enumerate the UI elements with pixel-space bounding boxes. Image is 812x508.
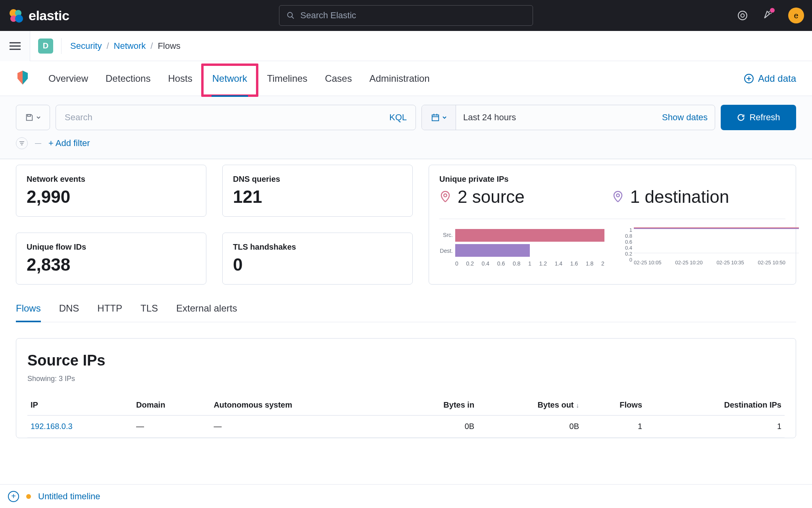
svg-rect-18 xyxy=(432,115,439,121)
col-bytes-in[interactable]: Bytes in xyxy=(396,395,477,416)
query-input[interactable] xyxy=(65,112,304,123)
breadcrumb-current: Flows xyxy=(158,41,180,51)
avatar-letter: e xyxy=(794,11,798,20)
cell-dest-ips: 1 xyxy=(645,416,785,438)
content-area: Network events 2,990 DNS queries 121 Uni… xyxy=(0,159,812,438)
breadcrumb-security[interactable]: Security xyxy=(70,41,102,51)
card-value: 2,990 xyxy=(27,187,196,207)
add-data-label: Add data xyxy=(758,73,796,84)
notification-dot xyxy=(770,8,775,13)
svg-point-26 xyxy=(616,194,620,197)
svg-line-8 xyxy=(769,11,770,12)
sort-desc-icon: ↓ xyxy=(576,402,579,409)
refresh-button[interactable]: Refresh xyxy=(721,105,796,130)
top-header: elastic e xyxy=(0,0,812,31)
cell-bytes-out: 0B xyxy=(477,416,582,438)
tab-cases[interactable]: Cases xyxy=(324,73,353,84)
menu-icon xyxy=(10,42,21,50)
col-flows[interactable]: Flows xyxy=(582,395,645,416)
sub-tabs: Flows DNS HTTP TLS External alerts xyxy=(16,303,796,322)
svg-line-5 xyxy=(292,17,294,19)
col-as[interactable]: Autonomous system xyxy=(210,395,396,416)
filter-bar: KQL Last 24 hours Show dates Refresh — +… xyxy=(0,96,812,159)
cell-domain: — xyxy=(133,416,210,438)
map-pin-icon xyxy=(612,191,624,203)
svg-rect-17 xyxy=(27,115,30,117)
bar-chart: Src. Dest. 0 0.2 0.4 0.6 0.8 xyxy=(439,227,604,267)
chevron-down-icon xyxy=(442,115,447,120)
save-query-button[interactable] xyxy=(16,105,50,130)
card-value: 2,838 xyxy=(27,255,196,275)
add-data-button[interactable]: Add data xyxy=(744,73,796,84)
breadcrumb-network[interactable]: Network xyxy=(114,41,146,51)
global-search[interactable] xyxy=(279,5,533,26)
query-bar[interactable]: KQL xyxy=(56,105,416,130)
tab-overview[interactable]: Overview xyxy=(48,73,89,84)
nav-toggle-button[interactable] xyxy=(0,31,30,61)
line-chart-svg xyxy=(634,227,799,253)
card-label: Network events xyxy=(27,175,196,184)
card-label: Unique flow IDs xyxy=(27,242,196,252)
line-chart: 1 0.8 0.6 0.4 0.2 0 02-25 1 xyxy=(620,227,785,267)
tab-administration[interactable]: Administration xyxy=(369,73,431,84)
highlight-box: Network xyxy=(201,64,258,97)
subtab-http[interactable]: HTTP xyxy=(97,303,122,322)
refresh-icon xyxy=(737,113,745,122)
save-icon xyxy=(25,113,34,122)
col-destination-ips[interactable]: Destination IPs xyxy=(645,395,785,416)
source-ips-table: IP Domain Autonomous system Bytes in Byt… xyxy=(27,395,785,438)
filter-icon xyxy=(19,140,25,146)
newsfeed-button[interactable] xyxy=(763,10,773,21)
date-picker[interactable]: Last 24 hours Show dates xyxy=(421,105,715,130)
kql-toggle[interactable]: KQL xyxy=(389,112,407,123)
add-filter-button[interactable]: + Add filter xyxy=(48,138,90,148)
cell-as: — xyxy=(210,416,396,438)
tab-detections[interactable]: Detections xyxy=(105,73,151,84)
tab-timelines[interactable]: Timelines xyxy=(266,73,308,84)
card-network-events: Network events 2,990 xyxy=(16,165,206,217)
plus-circle-icon xyxy=(744,73,754,84)
svg-point-3 xyxy=(15,15,23,23)
svg-point-6 xyxy=(738,11,747,20)
table-header-row: IP Domain Autonomous system Bytes in Byt… xyxy=(27,395,785,416)
destination-ips-value: 1 destination xyxy=(630,187,729,207)
space-selector[interactable]: D xyxy=(38,38,53,54)
svg-point-4 xyxy=(288,12,292,17)
card-unique-private-ips: Unique private IPs 2 source 1 destinatio… xyxy=(429,165,796,285)
cell-flows: 1 xyxy=(582,416,645,438)
global-search-input[interactable] xyxy=(300,10,525,21)
help-icon[interactable] xyxy=(737,10,748,21)
chevron-down-icon xyxy=(36,115,41,120)
cell-ip[interactable]: 192.168.0.3 xyxy=(27,416,133,438)
bar-src xyxy=(455,229,604,242)
subtab-external-alerts[interactable]: External alerts xyxy=(176,303,237,322)
card-label: Unique private IPs xyxy=(439,175,785,184)
security-app-icon xyxy=(16,71,29,87)
avatar[interactable]: e xyxy=(788,8,804,23)
bar-dest xyxy=(455,244,530,257)
col-bytes-out[interactable]: Bytes out ↓ xyxy=(477,395,582,416)
col-ip[interactable]: IP xyxy=(27,395,133,416)
calendar-icon xyxy=(431,113,440,122)
showing-count: Showing: 3 IPs xyxy=(27,375,785,383)
svg-point-25 xyxy=(444,194,447,197)
filter-options-button[interactable] xyxy=(16,137,28,149)
svg-point-7 xyxy=(741,14,745,17)
subtab-tls[interactable]: TLS xyxy=(140,303,158,322)
show-dates-button[interactable]: Show dates xyxy=(662,112,715,123)
tab-network[interactable]: Network xyxy=(212,73,248,84)
col-domain[interactable]: Domain xyxy=(133,395,210,416)
tab-hosts[interactable]: Hosts xyxy=(167,73,193,84)
map-pin-icon xyxy=(439,191,451,203)
subtab-dns[interactable]: DNS xyxy=(59,303,79,322)
subtab-flows[interactable]: Flows xyxy=(16,303,41,322)
date-quick-select[interactable] xyxy=(422,105,456,130)
brand-logo[interactable]: elastic xyxy=(8,8,69,23)
card-unique-flow-ids: Unique flow IDs 2,838 xyxy=(16,233,206,285)
search-icon xyxy=(287,11,295,20)
elastic-logo-icon xyxy=(8,8,24,23)
brand-text: elastic xyxy=(29,8,69,23)
cell-bytes-in: 0B xyxy=(396,416,477,438)
card-tls-handshakes: TLS handshakes 0 xyxy=(222,233,413,285)
refresh-label: Refresh xyxy=(749,112,780,123)
